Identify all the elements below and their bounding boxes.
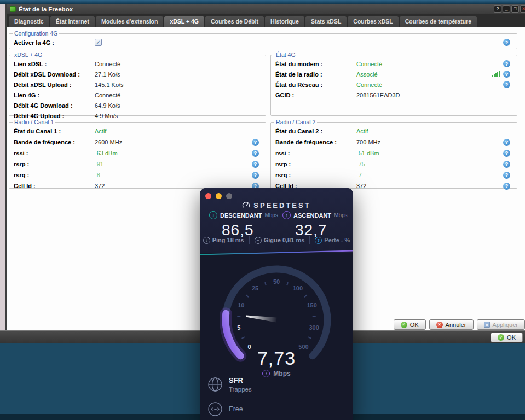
help-icon[interactable]: ? (503, 161, 510, 168)
tab-diagnostic[interactable]: Diagnostic (9, 16, 49, 27)
field-row: État du modem : Connecté ? (272, 59, 514, 69)
field-row: Lien 4G : Connecté (10, 90, 262, 100)
field-label: Débit 4G Download : (14, 102, 95, 109)
field-label: Bande de fréquence : (14, 139, 95, 145)
speedtest-stats: ↓ Ping 18 ms ~ Gigue 0,81 ms ? Perte - % (200, 236, 353, 244)
background-ok-button[interactable]: ✓ OK (491, 332, 523, 342)
jitter-icon: ~ (255, 237, 262, 244)
ok-button[interactable]: ✓ OK (394, 319, 426, 330)
tab-xdsl-4g[interactable]: xDSL + 4G (164, 16, 204, 27)
upload-label: ASCENDANT (293, 212, 331, 219)
help-icon[interactable]: ? (503, 139, 510, 146)
field-value: 2600 MHz (95, 139, 249, 145)
ping-value: Ping 18 ms (212, 237, 244, 243)
tab-stats-xdsl[interactable]: Stats xDSL (305, 16, 347, 27)
svg-text:300: 300 (309, 324, 319, 331)
field-label: Débit xDSL Upload : (14, 81, 95, 88)
section-legend: État 4G (274, 51, 297, 58)
help-icon[interactable]: ? (503, 71, 510, 78)
server-row[interactable]: SFR Trappes (207, 376, 252, 393)
field-value: -8 (95, 172, 249, 178)
connection-icon (207, 401, 223, 417)
field-value: Actif (95, 128, 259, 135)
zoom-traffic-light-icon[interactable] (226, 193, 232, 199)
tab-modules-extension[interactable]: Modules d'extension (96, 16, 163, 27)
tab-bar: Diagnostic État Internet Modules d'exten… (7, 14, 525, 27)
help-icon[interactable]: ? (252, 161, 259, 168)
help-icon[interactable]: ? (503, 60, 510, 67)
download-result: ↓ DESCENDANT Mbps 86,5 (209, 211, 270, 239)
field-label: rssi : (14, 150, 95, 156)
ok-check-icon: ✓ (498, 334, 504, 341)
help-icon[interactable]: ? (503, 81, 510, 88)
section-xdsl-4g: xDSL + 4G Lien xDSL : Connecté Débit xDS… (9, 51, 266, 116)
help-icon[interactable]: ? (503, 39, 510, 46)
apply-button[interactable]: Appliquer (477, 319, 525, 330)
loss-help-icon[interactable]: ? (315, 237, 322, 244)
background-window-edge (0, 4, 5, 330)
globe-icon (207, 377, 223, 392)
upload-arrow-icon: ↑ (262, 370, 270, 377)
tab-historique[interactable]: Historique (265, 16, 304, 27)
field-row: État du Réseau : Connecté ? (272, 79, 514, 90)
field-label: Cell Id : (14, 183, 95, 189)
loss-value: Perte - % (324, 237, 350, 243)
server-name: SFR (229, 376, 252, 384)
tab-etat-internet[interactable]: État Internet (50, 16, 95, 27)
ok-check-icon: ✓ (401, 322, 407, 328)
divider (249, 236, 250, 244)
window-title: État de la Freebox (19, 6, 73, 13)
help-icon[interactable]: ? (252, 150, 259, 157)
field-label: Lien 4G : (14, 92, 95, 98)
field-value: -91 (95, 161, 249, 167)
field-label: Débit xDSL Download : (14, 71, 95, 78)
help-window-button[interactable]: ? (494, 5, 501, 13)
help-icon[interactable]: ? (252, 172, 259, 179)
jitter-stat: ~ Gigue 0,81 ms (255, 237, 305, 244)
section-legend: xDSL + 4G (13, 51, 44, 58)
field-row: rsrq : -7 ? (272, 170, 514, 180)
field-value: 64.9 Ko/s (95, 102, 259, 109)
title-bar[interactable]: État de la Freebox ? _ □ ✕ (7, 4, 525, 14)
download-unit: Mbps (264, 212, 278, 218)
dialog-buttons: ✓ OK ✕ Annuler Appliquer (394, 319, 525, 330)
speedometer-icon (242, 201, 250, 209)
section-legend: Radio / Canal 1 (13, 119, 55, 125)
speedtest-window[interactable]: SPEEDTEST ↓ DESCENDANT Mbps 86,5 ↑ ASCEN… (200, 188, 353, 420)
close-traffic-light-icon[interactable] (205, 193, 211, 199)
cancel-button[interactable]: ✕ Annuler (429, 319, 474, 330)
loss-stat: ? Perte - % (315, 237, 350, 244)
field-row: rssi : -63 dBm ? (10, 148, 262, 159)
svg-text:10: 10 (238, 302, 244, 308)
maximize-button[interactable]: □ (511, 5, 519, 13)
tab-courbes-debit[interactable]: Courbes de Débit (205, 16, 264, 27)
ping-icon: ↓ (203, 237, 210, 244)
svg-text:5: 5 (237, 324, 240, 331)
section-configuration-4g: Configuration 4G Activer la 4G : ✓ ? (9, 30, 517, 49)
field-label: Débit 4G Upload : (14, 113, 95, 119)
current-speed-value: 7,73 (200, 348, 353, 369)
signal-strength-icon (492, 71, 500, 77)
download-label: DESCENDANT (220, 212, 262, 219)
tab-courbes-temperature[interactable]: Courbes de température (400, 16, 477, 27)
enable-4g-checkbox[interactable]: ✓ (95, 39, 102, 46)
help-icon[interactable]: ? (252, 139, 259, 146)
field-label: rsrp : (275, 161, 356, 167)
close-button[interactable]: ✕ (520, 5, 525, 13)
help-icon[interactable]: ? (503, 150, 510, 157)
svg-text:25: 25 (252, 285, 258, 291)
tab-courbes-xdsl[interactable]: Courbes xDSL (348, 16, 398, 27)
help-icon[interactable]: ? (503, 172, 510, 179)
field-value: -51 dBm (356, 150, 500, 156)
minimize-button[interactable]: _ (503, 5, 510, 13)
field-label: État du Canal 2 : (275, 128, 356, 135)
svg-text:50: 50 (273, 278, 280, 285)
help-icon[interactable]: ? (503, 183, 510, 190)
minimize-traffic-light-icon[interactable] (216, 193, 222, 199)
divider (309, 236, 310, 244)
field-label: rsrq : (275, 172, 356, 178)
isp-row[interactable]: Free (207, 401, 243, 417)
isp-name: Free (229, 405, 243, 413)
field-value: Connecté (95, 92, 259, 98)
field-row: rsrq : -8 ? (10, 170, 262, 180)
